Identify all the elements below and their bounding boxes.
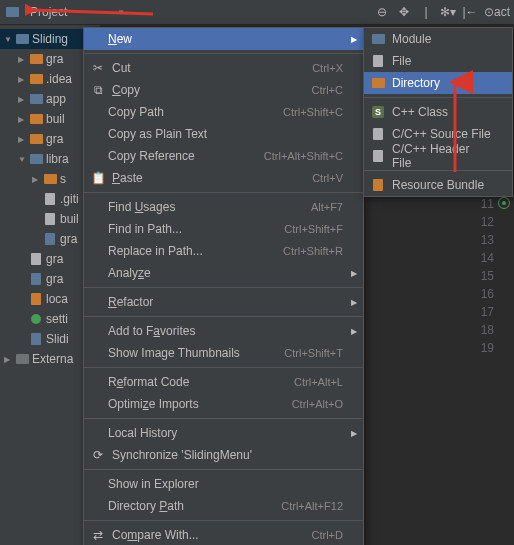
menu-label: Local History [108, 426, 343, 440]
act-icon[interactable]: ⊙ act [484, 4, 510, 20]
menu-new[interactable]: NNewew▶ [84, 28, 363, 50]
shortcut: Ctrl+X [312, 62, 343, 74]
bundle-icon [370, 177, 386, 193]
submenu-directory[interactable]: Directory [364, 72, 512, 94]
shortcut: Ctrl+Shift+F [284, 223, 343, 235]
shortcut: Ctrl+C [312, 84, 343, 96]
line-gutter: 11 12 13 14 15 16 17 18 19 [481, 195, 494, 357]
line-number: 15 [481, 267, 494, 285]
compare-icon: ⇄ [90, 527, 106, 543]
tree-label: gra [60, 232, 77, 246]
submenu-resource-bundle[interactable]: Resource Bundle [364, 174, 512, 196]
menu-show-explorer[interactable]: Show in Explorer [84, 473, 363, 495]
menu-label: Cut [112, 61, 312, 75]
module-icon [370, 31, 386, 47]
menu-add-favorites[interactable]: Add to Favorites▶ [84, 320, 363, 342]
menu-find-usages[interactable]: Find UsagesAlt+F7 [84, 196, 363, 218]
menu-separator [84, 192, 363, 193]
submenu-cpp-class[interactable]: SC++ Class [364, 101, 512, 123]
menu-label: C++ Class [392, 105, 492, 119]
act-label: act [494, 5, 510, 19]
menu-paste[interactable]: 📋PasteCtrl+V [84, 167, 363, 189]
context-menu: NNewew▶ ✂CutCtrl+X ⧉CopyCtrl+C Copy Path… [83, 27, 364, 545]
menu-refactor[interactable]: Refactor▶ [84, 291, 363, 313]
run-gutter-icon[interactable] [498, 197, 510, 209]
menu-separator [364, 170, 512, 171]
folder-icon [370, 75, 386, 91]
menu-copy-path[interactable]: Copy PathCtrl+Shift+C [84, 101, 363, 123]
menu-label: C/C++ Header File [392, 142, 492, 170]
shortcut: Ctrl+Shift+C [283, 106, 343, 118]
tree-label: Slidi [46, 332, 69, 346]
menu-label: Copy Path [108, 105, 283, 119]
target-icon[interactable]: ✥ [396, 4, 412, 20]
menu-copy-plain[interactable]: Copy as Plain Text [84, 123, 363, 145]
line-number: 19 [481, 339, 494, 357]
menu-label: Synchronize 'SlidingMenu' [112, 448, 343, 462]
collapse-icon[interactable]: ⊖ [374, 4, 390, 20]
menu-copy-ref[interactable]: Copy ReferenceCtrl+Alt+Shift+C [84, 145, 363, 167]
menu-show-thumbnails[interactable]: Show Image ThumbnailsCtrl+Shift+T [84, 342, 363, 364]
menu-directory-path[interactable]: Directory PathCtrl+Alt+F12 [84, 495, 363, 517]
menu-find-in-path[interactable]: Find in Path...Ctrl+Shift+F [84, 218, 363, 240]
tree-label: Externa [32, 352, 73, 366]
submenu-file[interactable]: File [364, 50, 512, 72]
menu-separator [84, 469, 363, 470]
tree-label: s [60, 172, 66, 186]
shortcut: Ctrl+D [312, 529, 343, 541]
tree-root-label: Sliding [32, 32, 68, 46]
menu-replace-in-path[interactable]: Replace in Path...Ctrl+Shift+R [84, 240, 363, 262]
gear-icon[interactable]: ✻▾ [440, 4, 456, 20]
file-icon [370, 53, 386, 69]
shortcut: Ctrl+Shift+T [284, 347, 343, 359]
menu-label: Find in Path... [108, 222, 284, 236]
tree-label: app [46, 92, 66, 106]
menu-label: Replace in Path... [108, 244, 283, 258]
submenu-cpp-header[interactable]: C/C++ Header File [364, 145, 512, 167]
dropdown-arrow-icon[interactable]: ▼ [117, 8, 125, 17]
tree-label: buil [46, 112, 65, 126]
tree-label: gra [46, 272, 63, 286]
menu-label: Directory [392, 76, 492, 90]
line-number: 11 [481, 195, 494, 213]
line-number: 12 [481, 213, 494, 231]
menu-separator [84, 418, 363, 419]
menu-label: C/C++ Source File [392, 127, 492, 141]
shortcut: Ctrl+Alt+L [294, 376, 343, 388]
menu-separator [84, 367, 363, 368]
minimize-icon[interactable]: |← [462, 4, 478, 20]
menu-label: Copy as Plain Text [108, 127, 343, 141]
menu-compare[interactable]: ⇄Compare With...Ctrl+D [84, 524, 363, 545]
line-number: 14 [481, 249, 494, 267]
project-dropdown[interactable]: Project [24, 5, 73, 19]
shortcut: Ctrl+Alt+F12 [281, 500, 343, 512]
menu-label: File [392, 54, 492, 68]
menu-optimize-imports[interactable]: Optimize ImportsCtrl+Alt+O [84, 393, 363, 415]
tree-label: .giti [60, 192, 79, 206]
line-number: 13 [481, 231, 494, 249]
submenu-module[interactable]: Module [364, 28, 512, 50]
paste-icon: 📋 [90, 170, 106, 186]
shortcut: Ctrl+Shift+R [283, 245, 343, 257]
menu-local-history[interactable]: Local History▶ [84, 422, 363, 444]
header-icon [370, 148, 386, 164]
menu-label: Resource Bundle [392, 178, 492, 192]
menu-synchronize[interactable]: ⟳Synchronize 'SlidingMenu' [84, 444, 363, 466]
menu-reformat[interactable]: Reformat CodeCtrl+Alt+L [84, 371, 363, 393]
project-icon [4, 4, 20, 20]
menu-analyze[interactable]: Analyze▶ [84, 262, 363, 284]
menu-label: Copy Reference [108, 149, 264, 163]
menu-separator [84, 520, 363, 521]
menu-separator [84, 316, 363, 317]
sync-icon: ⟳ [90, 447, 106, 463]
tree-label: loca [46, 292, 68, 306]
line-number: 18 [481, 321, 494, 339]
source-icon [370, 126, 386, 142]
line-number: 17 [481, 303, 494, 321]
menu-label: Show Image Thumbnails [108, 346, 284, 360]
menu-copy[interactable]: ⧉CopyCtrl+C [84, 79, 363, 101]
tree-label: buil [60, 212, 79, 226]
tree-label: gra [46, 132, 63, 146]
shortcut: Ctrl+Alt+Shift+C [264, 150, 343, 162]
menu-cut[interactable]: ✂CutCtrl+X [84, 57, 363, 79]
